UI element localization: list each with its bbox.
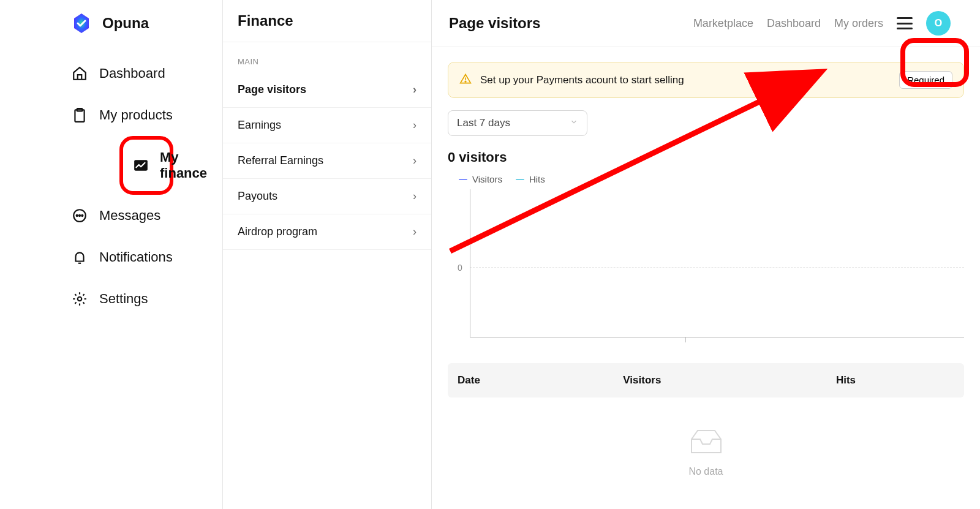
table-col-hits: Hits xyxy=(836,374,954,386)
table-header: Date Visitors Hits xyxy=(448,363,964,398)
table-col-date: Date xyxy=(458,374,623,386)
legend-item-hits: Hits xyxy=(516,174,545,184)
brand-name: Opuna xyxy=(102,15,149,32)
sidebar-item-dashboard[interactable]: Dashboard xyxy=(61,53,222,94)
no-data-label: No data xyxy=(688,466,723,477)
payments-alert: Set up your Payments acount to start sel… xyxy=(448,62,964,98)
page-title: Page visitors xyxy=(449,15,540,32)
visitors-heading: 0 visitors xyxy=(448,149,964,165)
required-button[interactable]: Required xyxy=(899,71,952,89)
bell-icon xyxy=(71,249,88,266)
main-panel: Page visitors Marketplace Dashboard My o… xyxy=(432,0,980,509)
subnav-item-payouts[interactable]: Payouts › xyxy=(223,179,431,214)
chevron-right-icon: › xyxy=(413,225,417,238)
subnav-item-label: Airdrop program xyxy=(238,225,317,238)
alert-text: Set up your Payments acount to start sel… xyxy=(480,74,891,86)
subnav-item-label: Referral Earnings xyxy=(238,154,323,167)
sidebar-item-label: Dashboard xyxy=(99,66,165,81)
avatar[interactable]: O xyxy=(926,11,951,36)
sidebar-item-messages[interactable]: Messages xyxy=(61,195,222,236)
chart-y-axis xyxy=(470,189,470,337)
hamburger-menu-icon[interactable] xyxy=(897,17,913,29)
table-col-visitors: Visitors xyxy=(623,374,836,386)
svg-point-7 xyxy=(78,297,82,301)
warning-icon xyxy=(459,73,472,88)
chart-x-tick xyxy=(685,337,686,342)
chat-icon xyxy=(71,207,88,224)
subnav-section-label: MAIN xyxy=(223,42,431,72)
subnav-item-label: Earnings xyxy=(238,119,281,132)
sidebar-item-notifications[interactable]: Notifications xyxy=(61,236,222,278)
svg-point-4 xyxy=(77,215,78,216)
logo[interactable]: Opuna xyxy=(0,12,222,53)
subnav-item-page-visitors[interactable]: Page visitors › xyxy=(223,72,431,108)
main-header: Page visitors Marketplace Dashboard My o… xyxy=(432,0,980,47)
gear-icon xyxy=(71,290,88,307)
subnav-item-label: Payouts xyxy=(238,190,277,203)
svg-point-9 xyxy=(465,81,466,82)
chevron-right-icon: › xyxy=(413,154,417,167)
y-axis-tick: 0 xyxy=(458,263,462,273)
legend-label: Visitors xyxy=(472,174,502,184)
nav-link-my-orders[interactable]: My orders xyxy=(834,17,883,30)
subnav-item-referral-earnings[interactable]: Referral Earnings › xyxy=(223,143,431,179)
nav-link-dashboard[interactable]: Dashboard xyxy=(767,17,821,30)
legend-item-visitors: Visitors xyxy=(459,174,502,184)
clipboard-icon xyxy=(71,107,88,124)
sidebar: Opuna Dashboard My products xyxy=(0,0,222,509)
dropdown-selected: Last 7 days xyxy=(457,117,510,129)
legend-label: Hits xyxy=(529,174,545,184)
annotation-highlight-sidebar: My finance xyxy=(119,136,173,195)
header-right: Marketplace Dashboard My orders O xyxy=(693,11,951,36)
no-data-state: No data xyxy=(448,428,964,477)
svg-point-5 xyxy=(79,215,80,216)
legend-dash-icon xyxy=(516,179,524,180)
chevron-right-icon: › xyxy=(413,119,417,132)
chart-legend: Visitors Hits xyxy=(448,174,964,184)
subnav-item-label: Page visitors xyxy=(238,83,306,96)
chevron-down-icon xyxy=(570,117,578,129)
svg-rect-2 xyxy=(134,160,148,170)
sidebar-item-settings[interactable]: Settings xyxy=(61,278,222,320)
sidebar-item-label: Messages xyxy=(99,208,160,224)
chart-area: 0 xyxy=(448,189,964,349)
legend-dash-icon xyxy=(459,179,467,180)
chart-x-axis xyxy=(470,337,964,337)
main-body: Set up your Payments acount to start sel… xyxy=(432,47,980,492)
sidebar-item-label: Settings xyxy=(99,291,148,307)
chart-icon xyxy=(133,157,149,174)
date-range-dropdown[interactable]: Last 7 days xyxy=(448,110,587,136)
chevron-right-icon: › xyxy=(413,190,417,203)
sidebar-item-finance[interactable]: My finance xyxy=(123,140,170,191)
svg-point-6 xyxy=(81,215,83,216)
sidebar-item-label: Notifications xyxy=(99,249,173,265)
sidebar-item-label: My products xyxy=(99,107,173,123)
home-icon xyxy=(71,65,88,82)
sidebar-item-products[interactable]: My products xyxy=(61,94,222,136)
nav-list: Dashboard My products My finance xyxy=(0,53,222,320)
subnav-title: Finance xyxy=(223,0,431,42)
logo-icon xyxy=(70,12,92,34)
subnav-panel: Finance MAIN Page visitors › Earnings › … xyxy=(222,0,432,509)
subnav-item-earnings[interactable]: Earnings › xyxy=(223,108,431,143)
sidebar-item-label: My finance xyxy=(160,149,207,181)
nav-link-marketplace[interactable]: Marketplace xyxy=(693,17,753,30)
chart-gridline xyxy=(470,267,964,268)
subnav-item-airdrop[interactable]: Airdrop program › xyxy=(223,214,431,250)
chevron-right-icon: › xyxy=(413,83,417,96)
inbox-icon xyxy=(689,428,723,458)
